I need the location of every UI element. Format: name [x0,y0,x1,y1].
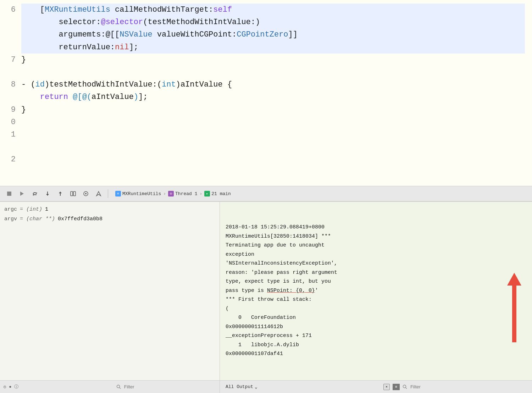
var-name-argc: argc [4,205,17,214]
info-icon: ⓘ [14,384,18,390]
debug-toolbar: ≡ MXRuntimeUtils › ⊙ Thread 1 › ▸ 21 mai… [0,186,532,201]
code-editor: 6 7 8 9 0 1 2 [MXRuntimeUtils callMethod… [0,0,532,186]
console-panel: 2018-01-18 15:25:29.088419+0800 MXRuntim… [220,202,532,393]
code-content: 6 7 8 9 0 1 2 [MXRuntimeUtils callMethod… [0,0,532,186]
eye-icon: ◎ [4,384,6,389]
svg-marker-8 [59,192,62,193]
code-line: selector:@selector(testMethodWithIntValu… [21,16,525,28]
svg-rect-0 [7,192,11,196]
var-type-argv: = (char **) [20,214,55,224]
breadcrumb-frame-label: 21 main [211,191,231,196]
breadcrumb-file-label: MXRuntimeUtils [122,191,161,196]
bottom-panel: argc = (int) 1 argv = (char **) 0x7ffedf… [0,201,532,393]
svg-point-12 [85,193,87,194]
code-line [21,66,525,78]
variable-argv: argv = (char **) 0x7ffedfd3a0b8 [4,214,215,224]
output-selector[interactable]: All Output ⌄ [223,383,260,391]
step-out-button[interactable] [55,189,65,199]
svg-line-17 [405,387,407,389]
breadcrumb-file[interactable]: ≡ MXRuntimeUtils [115,191,161,196]
red-arrow-annotation [507,273,521,342]
code-line: } [21,54,525,66]
continue-button[interactable] [17,189,27,199]
step-into-button[interactable] [43,189,52,199]
line-numbers: 6 7 8 9 0 1 2 [0,4,21,182]
code-line: argumemts:@[[NSValue valueWithCGPoint:CG… [21,28,525,41]
step-over-button[interactable] [30,189,40,199]
breakpoint-button[interactable] [81,189,91,199]
nspoint-text: NSPoint: {0, 0} [267,288,315,294]
var-type-argc: = (int) [20,205,42,214]
console-text: 2018-01-18 15:25:29.088419+0800 MXRuntim… [226,223,526,359]
breadcrumb-chevron-2: › [199,191,202,196]
var-value-argc: 1 [45,205,48,214]
console-content: 2018-01-18 15:25:29.088419+0800 MXRuntim… [220,202,532,380]
breadcrumb-chevron-1: › [163,191,166,196]
code-line [21,116,525,128]
svg-marker-4 [33,194,34,196]
svg-marker-6 [46,194,49,196]
console-filter-bar: All Output ⌄ ✕ ⊞ [220,380,532,393]
code-line: return @[@(aIntValue)]; [21,91,525,103]
code-line: - (id)testMethodWithIntValue:(int)aIntVa… [21,78,525,91]
output-label: All Output [226,384,253,389]
variables-panel: argc = (int) 1 argv = (char **) 0x7ffedf… [0,202,220,393]
search-icon [116,384,121,389]
search-icon-console [403,384,408,389]
console-filter-input[interactable] [410,384,528,389]
stop-button[interactable] [4,189,14,199]
arrow-head [507,273,521,286]
view-toggle-button[interactable] [68,189,78,199]
code-line: } [21,104,525,116]
thread-icon: ⊙ [168,191,174,196]
grid-view-button[interactable]: ⊞ [393,384,400,390]
svg-rect-9 [71,192,73,196]
variables-filter-bar: ◎ ● ⓘ [0,380,220,393]
frame-icon: ▸ [204,191,210,196]
dot-icon: ● [9,384,11,389]
svg-point-16 [403,385,406,388]
svg-marker-13 [96,192,101,196]
arrow-shaft [512,286,516,342]
breadcrumb-thread[interactable]: ⊙ Thread 1 [168,191,197,196]
svg-point-14 [117,385,120,388]
breadcrumb-frame[interactable]: ▸ 21 main [204,191,231,196]
code-line: returnValue:nil]; [21,41,525,54]
variables-content: argc = (int) 1 argv = (char **) 0x7ffedf… [0,202,220,380]
variables-filter-input[interactable] [124,384,216,389]
code-lines: [MXRuntimeUtils callMethodWithTarget:sel… [21,4,532,182]
svg-marker-1 [20,192,24,196]
code-line: [MXRuntimeUtils callMethodWithTarget:sel… [21,4,525,16]
svg-rect-10 [73,192,76,196]
location-button[interactable] [94,189,104,199]
breadcrumb: ≡ MXRuntimeUtils › ⊙ Thread 1 › ▸ 21 mai… [115,191,231,196]
var-value-argv: 0x7ffedfd3a0b8 [58,214,102,224]
svg-line-15 [119,387,121,389]
variable-argc: argc = (int) 1 [4,205,215,214]
breadcrumb-thread-label: Thread 1 [175,191,197,196]
clear-console-button[interactable]: ✕ [383,384,390,390]
file-icon: ≡ [115,191,121,196]
var-name-argv: argv [4,214,17,224]
toolbar-separator [108,189,108,198]
output-chevron: ⌄ [255,384,257,390]
